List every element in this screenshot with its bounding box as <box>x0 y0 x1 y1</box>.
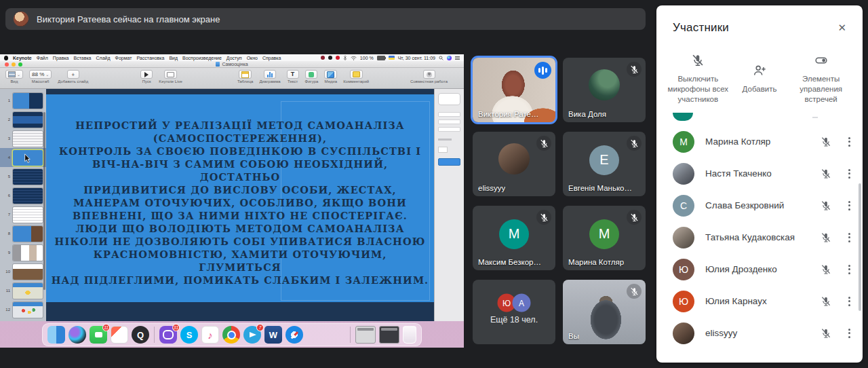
spotlight-search-icon[interactable] <box>439 56 443 60</box>
dock-telegram-icon[interactable]: 7 <box>243 326 261 344</box>
participant-menu-button[interactable] <box>844 261 854 278</box>
dock-skype-icon[interactable]: S <box>180 326 198 344</box>
dock-music-icon[interactable]: ♪ <box>201 326 219 344</box>
wifi-icon[interactable] <box>351 56 357 60</box>
menubar-clock[interactable]: Чт, 30 сент. 11:09 <box>398 56 435 60</box>
video-tile[interactable]: Виктория Рате… <box>473 58 555 122</box>
status-app-icon[interactable] <box>321 56 325 60</box>
menu-item[interactable]: Правка <box>53 56 69 60</box>
dock-keynote-app-icon[interactable] <box>328 326 345 344</box>
menu-app-name[interactable]: Keynote <box>13 56 32 60</box>
participant-mute-button[interactable] <box>820 136 832 148</box>
menu-item[interactable]: Справка <box>262 56 281 60</box>
keyboard-layout-flag[interactable] <box>389 56 395 60</box>
inspector-button[interactable] <box>438 93 460 105</box>
inspector-row[interactable] <box>438 127 460 132</box>
menu-item[interactable]: Доступ <box>226 56 242 60</box>
slide-text[interactable]: НЕПРОСТИЙ У РЕАЛІЗАЦІЇ МЕТОД САМОАНАЛІЗА… <box>50 119 430 287</box>
status-app-icon[interactable] <box>336 56 340 60</box>
inspector-row[interactable] <box>438 119 460 124</box>
slide-thumbnail-4[interactable] <box>13 150 43 166</box>
add-user-button[interactable]: Добавить <box>729 63 791 94</box>
slide-thumbnail-5[interactable] <box>13 169 43 185</box>
dock-word-icon[interactable]: W <box>264 326 282 344</box>
menu-item[interactable]: Вид <box>169 56 178 60</box>
slide-thumbnail-3[interactable] <box>13 131 43 147</box>
participant-menu-button[interactable] <box>844 134 854 150</box>
slide-thumbnail-11[interactable] <box>13 283 43 299</box>
participant-menu-button[interactable] <box>844 198 854 214</box>
video-tile[interactable]: ММаксим Безкор… <box>473 206 555 270</box>
participant-mute-button[interactable] <box>820 327 832 339</box>
inspector-field[interactable] <box>438 147 448 153</box>
slide-thumbnail-10[interactable] <box>13 264 43 280</box>
dock-finder-icon[interactable] <box>47 326 65 344</box>
toolbar-text-button[interactable]: T Текст <box>287 70 299 84</box>
bluetooth-icon[interactable] <box>343 55 347 60</box>
menu-item[interactable]: Вставка <box>74 56 92 60</box>
dock-viber-icon[interactable]: 31 <box>159 326 177 344</box>
toolbar-shape-button[interactable]: Фигура <box>305 70 319 84</box>
panel-scrollbar[interactable] <box>859 183 861 311</box>
menu-item[interactable]: Расстановка <box>136 56 164 60</box>
toolbar-table-button[interactable]: Таблица <box>237 70 254 84</box>
toolbar-zoom-button[interactable]: 88 %⌄ Масштаб <box>29 70 52 84</box>
slide-thumbnail-9[interactable] <box>13 245 43 261</box>
video-tile[interactable]: Вика Доля <box>563 58 646 122</box>
video-tile[interactable]: elissyyy <box>473 132 555 196</box>
dock-facetime-icon[interactable]: 11 <box>90 326 107 344</box>
participant-mute-button[interactable] <box>820 168 832 180</box>
navigator-scrollbar[interactable] <box>43 112 45 290</box>
dock-window-1-icon[interactable] <box>355 326 376 344</box>
dock-siri-icon[interactable] <box>68 326 86 344</box>
menu-item[interactable]: Файл <box>37 56 48 60</box>
participant-menu-button[interactable] <box>844 325 854 342</box>
slide-thumbnail-12[interactable] <box>13 302 43 318</box>
menu-item[interactable]: Слайд <box>96 56 111 60</box>
slide-thumbnail-6[interactable] <box>13 188 43 204</box>
participant-mute-button[interactable] <box>820 263 832 276</box>
menu-item[interactable]: Формат <box>115 56 132 60</box>
toolbar-view-button[interactable]: ⌄ Вид <box>5 70 23 84</box>
apple-menu-icon[interactable] <box>4 56 8 60</box>
dock-window-2-icon[interactable] <box>379 326 399 344</box>
dock-chrome-icon[interactable] <box>222 326 240 344</box>
video-tile[interactable]: Вы <box>563 280 646 344</box>
participant-mute-button[interactable] <box>820 232 832 244</box>
toolbar-comment-button[interactable]: Комментарий <box>343 70 369 84</box>
inspector-color-swatch[interactable] <box>438 158 460 166</box>
status-app-icon[interactable] <box>328 56 332 60</box>
slide-thumbnail-1[interactable] <box>13 93 43 109</box>
video-tile[interactable]: ЕЕвгенія Манько… <box>563 132 646 196</box>
menu-item[interactable]: Воспроизведение <box>182 56 222 60</box>
toolbar-collab-button[interactable]: Совместная работа <box>410 70 448 84</box>
dock-quicktime-icon[interactable]: Q <box>132 326 149 344</box>
inspector-row[interactable] <box>438 112 460 117</box>
toolbar-keynote-live-button[interactable]: Keynote Live <box>159 70 182 84</box>
participant-menu-button[interactable] <box>844 293 854 310</box>
siri-icon[interactable] <box>447 56 452 60</box>
dock-trash-icon[interactable] <box>403 326 416 344</box>
participant-menu-button[interactable] <box>844 229 854 246</box>
participant-menu-button[interactable] <box>844 166 854 182</box>
participant-mute-button[interactable] <box>820 200 832 212</box>
video-tile[interactable]: ЮАЕщё 18 чел. <box>473 280 555 344</box>
dock-safari-icon[interactable] <box>285 326 303 344</box>
slide-thumbnail-2[interactable] <box>13 112 43 128</box>
slide-thumbnail-7[interactable] <box>13 207 43 223</box>
participant-mute-button[interactable] <box>820 295 832 308</box>
close-icon[interactable]: ✕ <box>835 20 849 35</box>
host-controls-button[interactable]: Элементы управления встречей <box>790 53 852 105</box>
video-tile[interactable]: ММарина Котляр <box>563 206 646 270</box>
toolbar-add-slide-button[interactable]: ＋ Добавить слайд <box>58 70 88 84</box>
slide-thumbnail-8[interactable] <box>13 226 43 242</box>
dock-news-icon[interactable] <box>111 326 128 344</box>
format-inspector[interactable] <box>434 89 464 321</box>
notification-center-icon[interactable] <box>455 56 460 60</box>
toolbar-chart-button[interactable]: Диаграмма <box>259 70 280 84</box>
dock-zoom-app-icon[interactable] <box>307 326 324 344</box>
toolbar-play-button[interactable]: Пуск <box>140 70 153 84</box>
toolbar-media-button[interactable]: Медиа <box>324 70 337 84</box>
slide-canvas[interactable]: НЕПРОСТИЙ У РЕАЛІЗАЦІЇ МЕТОД САМОАНАЛІЗА… <box>46 89 434 321</box>
mute-all-button[interactable]: Выключить микрофоны всех участников <box>667 53 729 105</box>
